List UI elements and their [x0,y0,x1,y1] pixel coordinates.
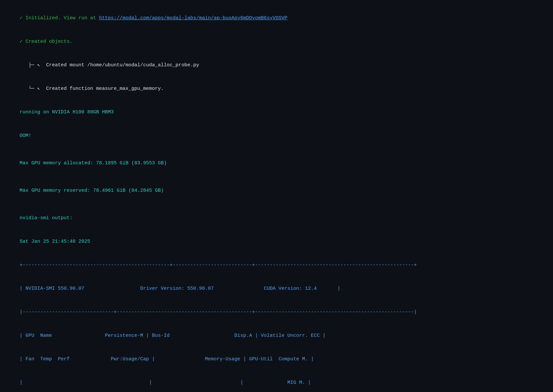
smi-separator-1: |-------------------------------+-------… [8,301,545,324]
col-header-row1: | GPU Name Persistence-M | Bus-Id Disp.A… [8,324,545,348]
table-top-border: +---------------------------------------… [8,253,545,277]
smi-version-line: | NVIDIA-SMI 550.90.07 Driver Version: 5… [8,277,545,301]
terminal-output: ✓ Initialized. View run at https://modal… [8,7,545,392]
date-text: Sat Jan 25 21:45:40 2025 [20,239,90,244]
created-objects-line: ✓ Created objects. [8,30,545,54]
running-on-line: running on NVIDIA H100 80GB HBM3 [8,101,545,124]
smi-version-text: | NVIDIA-SMI 550.90.07 Driver Version: 5… [20,286,340,291]
init-line: ✓ Initialized. View run at https://modal… [8,7,545,30]
col-header-row2: | Fan Temp Perf Pwr:Usage/Cap | Memory-U… [8,348,545,371]
created-mount-line: ├─ ↖ Created mount /home/ubuntu/modal/cu… [8,54,545,77]
init-check: ✓ Initialized. View run at [20,15,99,21]
created-function-line: └─ ↖ Created function measure_max_gpu_me… [8,77,545,101]
run-url[interactable]: https://modal.com/apps/modal-labs/main/a… [99,15,287,21]
col-header3-text: | | | MIG M. | [20,380,311,385]
spacer-1 [8,148,545,152]
date-line: Sat Jan 25 21:45:40 2025 [8,230,545,253]
spacer-2 [8,175,545,179]
created-mount-text: ├─ ↖ Created mount /home/ubuntu/modal/cu… [20,62,199,68]
nvidia-smi-label-text: nvidia-smi output: [20,215,73,221]
border-text: +---------------------------------------… [20,262,417,268]
sep1-text: |-------------------------------+-------… [20,309,417,315]
created-function-text: └─ ↖ Created function measure_max_gpu_me… [20,86,164,91]
max-allocated-line: Max GPU memory allocated: 78.1895 GiB (8… [8,152,545,175]
col-header1-text: | GPU Name Persistence-M | Bus-Id Disp.A… [20,333,326,338]
oom-line: OOM! [8,124,545,148]
created-objects-text: ✓ Created objects. [20,39,73,44]
max-reserved-text: Max GPU memory reserved: 78.4961 GiB (84… [20,188,164,193]
oom-text: OOM! [20,133,31,139]
spacer-3 [8,203,545,206]
col-header-row3: | | | MIG M. | [8,371,545,392]
max-reserved-line: Max GPU memory reserved: 78.4961 GiB (84… [8,179,545,203]
max-allocated-text: Max GPU memory allocated: 78.1895 GiB (8… [20,160,167,166]
nvidia-smi-label-line: nvidia-smi output: [8,206,545,230]
col-header2-text: | Fan Temp Perf Pwr:Usage/Cap | Memory-U… [20,356,314,362]
running-on-text: running on NVIDIA H100 80GB HBM3 [20,109,114,115]
